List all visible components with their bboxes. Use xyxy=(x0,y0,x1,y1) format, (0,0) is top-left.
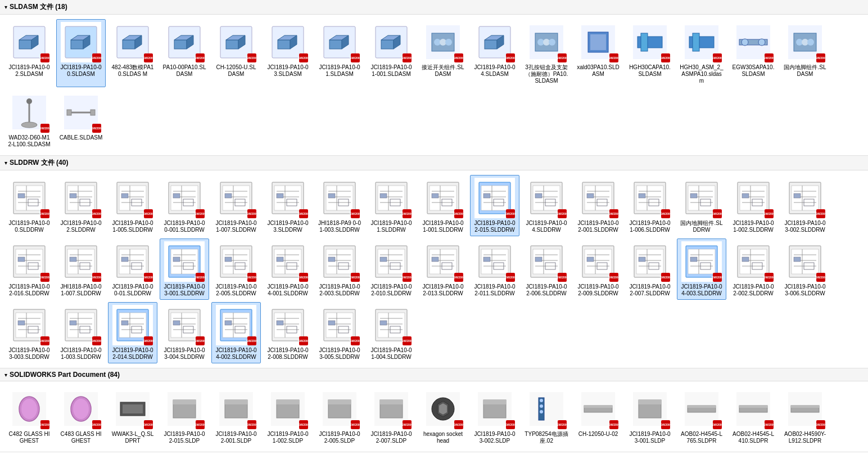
list-item[interactable]: SW2000JCI1819-PA10-02-009.SLDDRW xyxy=(573,238,623,300)
list-item[interactable]: SW2000国内地脚组件.SLDDRW xyxy=(677,175,726,236)
list-item[interactable]: SW2000AOB02-H4545-L410.SLDPR xyxy=(729,386,778,447)
list-item[interactable]: SW2000JCI1819-PA10-02-015.SLDDRW xyxy=(470,175,519,236)
list-item[interactable]: SW2000JCI1819-PA10-02.SLDASM xyxy=(4,19,54,87)
list-item[interactable]: SW2000AOB02-H4590Y-L912.SLDPR xyxy=(780,386,830,447)
list-item[interactable]: SW2000JHI1818-PA9 0-01-003.SLDDRW xyxy=(315,175,364,236)
slddrw-grid: SW2000JCI1819-PA10-00.SLDDRW SW2000JCI18… xyxy=(0,170,868,368)
file-name-label: JCI1819-PA10-00.SLDDRW xyxy=(7,220,51,233)
list-item[interactable]: SW2000JCI1819-PA10-03.SLDDRW xyxy=(263,175,313,236)
list-item[interactable]: SW2000JCI1819-PA10-03-004.SLDDRW xyxy=(160,302,209,363)
list-item[interactable]: SW2000JCI1819-PA10-00.SLDDRW xyxy=(4,175,54,236)
file-thumbnail: SW2000 xyxy=(423,389,463,429)
list-item[interactable]: SW2000HGH30_ASM_2_ASMPA10.sldasm xyxy=(677,19,726,87)
list-item[interactable]: SW2000JCI1819-PA10-02-015.SLDP xyxy=(160,386,209,447)
list-item[interactable]: SW2000CABLE.SLDASM xyxy=(56,89,106,151)
svg-point-66 xyxy=(21,122,37,128)
file-name-label: JCI1819-PA10-02-013.SLDDRW xyxy=(421,284,465,297)
list-item[interactable]: SW2000hexagon socket head xyxy=(418,386,468,447)
file-name-label: JCI1819-PA10-02-011.SLDDRW xyxy=(473,284,517,297)
sw-badge: SW2000 xyxy=(92,209,101,218)
list-item[interactable]: SW2000WWAK3-L_Q.SLDPRT xyxy=(108,386,157,447)
list-item[interactable]: SW2000JCI1819-PA10-04-001.SLDDRW xyxy=(263,238,313,300)
list-item[interactable]: SW2000JCI1819-PA10-01-006.SLDDRW xyxy=(625,175,675,236)
list-item[interactable]: SW2000JCI1819-PA10-01-003.SLDDRW xyxy=(56,302,106,363)
list-item[interactable]: SW2000JCI1819-PA10-01-001.SLDASM xyxy=(367,19,416,87)
list-item[interactable]: SW2000C483 GLASS HIGHEST xyxy=(56,386,106,447)
list-item[interactable]: SW2000C482 GLASS HIGHEST xyxy=(4,386,54,447)
list-item[interactable]: SW2000CH-12050-U-02 xyxy=(573,386,623,447)
list-item[interactable]: SW2000JCI1819-PA10-02-006.SLDDRW xyxy=(522,238,571,300)
list-item[interactable]: SW2000JCI1819-PA10-03-006.SLDDRW xyxy=(780,238,830,300)
list-item[interactable]: SW2000JCI1819-PA10-01.SLDASM xyxy=(315,19,364,87)
list-item[interactable]: SW2000JCI1819-PA10-01-001.SLDDRW xyxy=(418,175,468,236)
sw-badge: SW2000 xyxy=(403,273,412,282)
list-item[interactable]: SW2000JCI1819-PA10-03-002.SLDP xyxy=(470,386,519,447)
list-item[interactable]: SW2000JCI1819-PA10-02-005.SLDDRW xyxy=(211,238,261,300)
list-item[interactable]: SW2000JHI1818-PA10-01-007.SLDDRW xyxy=(56,238,106,300)
list-item[interactable]: SW2000JCI1819-PA10-01-004.SLDDRW xyxy=(367,302,416,363)
list-item[interactable]: SW2000JCI1819-PA10-02-005.SLDP xyxy=(315,386,364,447)
list-item[interactable]: SW2000JCI1819-PA10-02-002.SLDDRW xyxy=(729,238,778,300)
file-thumbnail: SW2000 xyxy=(681,22,722,62)
list-item[interactable]: SW20003孔按钮盒及支架（施耐德）PA10.SLDASM xyxy=(522,19,571,87)
list-item[interactable]: SW2000JCI1819-PA10-00-001.SLDDRW xyxy=(160,175,209,236)
list-item[interactable]: SW2000国内地脚组件.SLDASM xyxy=(780,19,830,87)
list-item[interactable]: SW2000JCI1819-PA10-04.SLDASM xyxy=(470,19,519,87)
list-item[interactable]: SW2000JCI1819-PA10-03-001.SLDDRW xyxy=(160,238,209,300)
list-item[interactable]: SW2000PA10-00PA10.SLDASM xyxy=(160,19,209,87)
list-item[interactable]: SW2000JCI1819-PA10-02-013.SLDDRW xyxy=(418,238,468,300)
list-item[interactable]: SW2000JCI1819-PA10-02-008.SLDDRW xyxy=(263,302,313,363)
list-item[interactable]: SW2000JCI1819-PA10-04.SLDDRW xyxy=(522,175,571,236)
svg-rect-118 xyxy=(277,194,283,198)
list-item[interactable]: SW2000JCI1819-PA10-04-003.SLDDRW xyxy=(677,238,726,300)
list-item[interactable]: SW2000JCI1819-PA10-02-010.SLDDRW xyxy=(367,238,416,300)
list-item[interactable]: SW2000JCI1819-PA10-02-007.SLDP xyxy=(367,386,416,447)
list-item[interactable]: SW2000JCI1819-PA10-01-007.SLDDRW xyxy=(211,175,261,236)
file-name-label: JCI1819-PA10-02-005.SLDP xyxy=(318,431,361,444)
list-item[interactable]: SW2000JCI1819-PA10-02-003.SLDDRW xyxy=(315,238,364,300)
sw-badge: SW2000 xyxy=(299,53,308,62)
list-item[interactable]: SW2000xald03PA10.SLDASM xyxy=(573,19,623,87)
file-name-label: TYP08254电源插座.02 xyxy=(525,431,568,444)
list-item[interactable]: SW2000JCI1819-PA10-04-002.SLDDRW xyxy=(211,302,261,363)
list-item[interactable]: SW2000JCI1819-PA10-02-007.SLDDRW xyxy=(625,238,675,300)
list-item[interactable]: SW2000HGH30CAPA10.SLDASM xyxy=(625,19,675,87)
list-item[interactable]: SW2000JCI1819-PA10-00.SLDASM xyxy=(56,19,106,87)
sldprt-header[interactable]: ▾ SOLIDWORKS Part Document (84) xyxy=(0,368,868,381)
svg-rect-174 xyxy=(639,194,645,198)
list-item[interactable]: SW2000WAD32-D60-M12-L100.SLDASM xyxy=(4,89,54,151)
sw-badge: SW2000 xyxy=(40,420,49,429)
list-item[interactable]: SW2000CH-12050-U.SLDASM xyxy=(211,19,261,87)
list-item[interactable]: SW2000JCI1819-PA10-02-001.SLDDRW xyxy=(573,175,623,236)
list-item[interactable]: SW2000JCI1819-PA10-03-001.SLDP xyxy=(625,386,675,447)
list-item[interactable]: SW2000JCI1819-PA10-03-002.SLDDRW xyxy=(780,175,830,236)
list-item[interactable]: SW2000JCI1819-PA10-01-002.SLDDRW xyxy=(729,175,778,236)
sw-badge: SW2000 xyxy=(351,209,360,218)
svg-rect-13 xyxy=(174,40,187,49)
list-item[interactable]: SW2000482-483数模PA10.SLDAS M xyxy=(108,19,157,87)
list-item[interactable]: SW2000JCI1819-PA10-02-011.SLDDRW xyxy=(470,238,519,300)
list-item[interactable]: SW2000JCI1819-PA10-03-005.SLDDRW xyxy=(315,302,364,363)
file-name-label: JCI1819-PA10-04-003.SLDDRW xyxy=(680,284,724,297)
svg-rect-238 xyxy=(225,257,232,262)
list-item[interactable]: SW2000JCI1819-PA10-01-005.SLDDRW xyxy=(108,175,157,236)
list-item[interactable]: SW2000TYP08254电源插座.02 xyxy=(522,386,571,447)
list-item[interactable]: SW2000EGW30SAPA10.SLDASM xyxy=(729,19,778,87)
list-item[interactable]: SW2000JCI1819-PA10-02-014.SLDDRW xyxy=(108,302,157,363)
svg-rect-48 xyxy=(590,34,606,50)
list-item[interactable]: SW2000JCI1819-PA10-01.SLDDRW xyxy=(367,175,416,236)
list-item[interactable]: SW2000JCI1819-PA10-00-01.SLDDRW xyxy=(108,238,157,300)
list-item[interactable]: SW2000AOB02-H4545-L765.SLDPR xyxy=(677,386,726,447)
slddrw-header[interactable]: ▾ SLDDRW 文件 (40) xyxy=(0,156,868,170)
list-item[interactable]: SW2000JCI1819-PA10-02-001.SLDP xyxy=(211,386,261,447)
svg-rect-318 xyxy=(742,257,749,262)
list-item[interactable]: SW2000JCI1819-PA10-03.SLDASM xyxy=(263,19,313,87)
list-item[interactable]: SW2000接近开关组件.SLDASM xyxy=(418,19,468,87)
file-name-label: WAD32-D60-M12-L100.SLDASM xyxy=(7,134,51,148)
list-item[interactable]: SW2000JCI1819-PA10-01-002.SLDP xyxy=(263,386,313,447)
sldasm-header[interactable]: ▾ SLDASM 文件 (18) xyxy=(0,0,868,15)
list-item[interactable]: SW2000JCI1819-PA10-02.SLDDRW xyxy=(56,175,106,236)
list-item[interactable]: SW2000JCI1819-PA10-03-003.SLDDRW xyxy=(4,302,54,363)
list-item[interactable]: SW2000JCI1819-PA10-02-016.SLDDRW xyxy=(4,238,54,300)
file-name-label: HGH30_ASM_2_ASMPA10.sldasm xyxy=(680,64,724,84)
